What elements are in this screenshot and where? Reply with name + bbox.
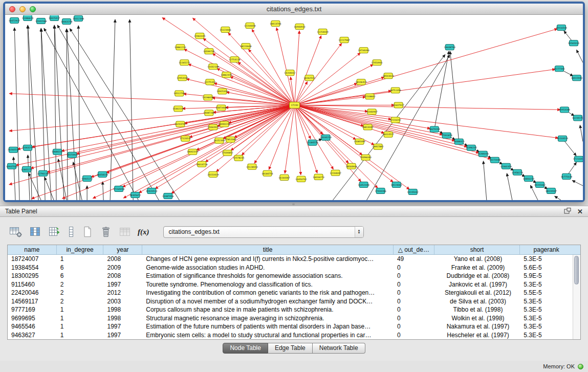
table-row[interactable]: 2242004622012Investigating the contribut…: [8, 289, 573, 297]
graph-node[interactable]: 19245062: [534, 182, 546, 187]
graph-node[interactable]: 10861210: [175, 45, 186, 50]
graph-node[interactable]: 18544903: [345, 163, 357, 169]
graph-node[interactable]: 19648794: [444, 45, 456, 50]
graph-node[interactable]: 10277341: [554, 66, 565, 72]
graph-node[interactable]: 19957892: [372, 144, 384, 149]
graph-node[interactable]: 12275312: [204, 79, 216, 85]
table-row[interactable]: 946362711997Embryonic stem cells: a mode…: [8, 331, 573, 340]
graph-node[interactable]: 13025417: [49, 15, 60, 21]
graph-node[interactable]: 16203742: [175, 121, 186, 127]
graph-node[interactable]: 15953184: [559, 107, 571, 113]
column-header-in_degree[interactable]: in_degree: [57, 245, 104, 254]
graph-node[interactable]: 14063258: [61, 19, 73, 25]
graph-node[interactable]: 16152340: [213, 138, 225, 143]
graph-node[interactable]: 12953187: [177, 75, 188, 81]
graph-node[interactable]: 12578235: [233, 155, 245, 161]
panel-splitter[interactable]: [0, 202, 588, 206]
graph-node[interactable]: 18320547: [546, 188, 557, 193]
function-builder-icon[interactable]: f(x): [138, 225, 149, 238]
table-row[interactable]: 911546021997Tourette syndrome. Phenomeno…: [8, 280, 573, 289]
tab-edge-table[interactable]: Edge Table: [268, 343, 313, 354]
graph-node[interactable]: 13172048: [489, 157, 501, 163]
graph-node[interactable]: 18524061: [391, 182, 403, 187]
graph-node[interactable]: 12217987: [338, 37, 350, 43]
table-row[interactable]: 969969511998Structural magnetic resonanc…: [8, 314, 573, 323]
graph-node[interactable]: 15873406: [215, 105, 227, 111]
graph-node[interactable]: 16352048: [358, 182, 369, 187]
graph-node[interactable]: 12754128: [229, 57, 241, 62]
graph-node[interactable]: 11254439: [317, 29, 329, 35]
graph-node[interactable]: 11958274: [512, 169, 524, 175]
table-scrollbar[interactable]: [573, 255, 580, 339]
new-column-icon[interactable]: [48, 225, 60, 238]
graph-node[interactable]: 15905172: [81, 176, 93, 181]
graph-node[interactable]: 15184576: [307, 140, 318, 145]
column-header-title[interactable]: title: [142, 245, 394, 254]
graph-hub-node[interactable]: 17240: [289, 102, 299, 108]
graph-node[interactable]: 15012346: [73, 16, 84, 21]
close-window-button[interactable]: [9, 6, 15, 12]
graph-node[interactable]: 15496040: [360, 155, 372, 160]
graph-node[interactable]: 11845276: [21, 166, 33, 172]
column-header-pagerank[interactable]: pagerank: [520, 245, 573, 254]
graph-node[interactable]: 13198456: [202, 95, 214, 100]
column-header-short[interactable]: short: [434, 245, 520, 254]
citation-network-graph[interactable]: 1724022061045151234061220405818413706169…: [5, 15, 583, 200]
graph-node[interactable]: 11432108: [207, 64, 219, 70]
graph-node[interactable]: 18305672: [129, 192, 141, 198]
graph-node[interactable]: 14512740: [173, 91, 185, 96]
graph-node[interactable]: 10450742: [295, 176, 307, 182]
graph-node[interactable]: 17852064: [225, 137, 236, 142]
graph-node[interactable]: 13862475: [221, 72, 232, 78]
graph-node[interactable]: 12108602: [364, 94, 376, 99]
graph-node[interactable]: 20387456: [162, 193, 174, 199]
graph-node[interactable]: 22040907: [366, 109, 378, 115]
graph-node[interactable]: 11607427: [393, 102, 405, 108]
graph-node[interactable]: 17034852: [222, 150, 233, 156]
graph-node[interactable]: 14925310: [216, 89, 228, 94]
graph-node[interactable]: 11086629: [22, 15, 34, 21]
graph-node[interactable]: 16014527: [382, 132, 394, 137]
column-header-name[interactable]: name: [8, 245, 57, 254]
graph-node[interactable]: 10937503: [6, 163, 18, 169]
zoom-window-button[interactable]: [30, 6, 36, 12]
tab-network-table[interactable]: Network Table: [313, 343, 365, 354]
graph-node[interactable]: 15302214: [172, 106, 184, 112]
graph-node[interactable]: 16775028: [561, 173, 573, 179]
minimize-window-button[interactable]: [19, 6, 26, 12]
graph-node[interactable]: 15123406: [220, 27, 231, 33]
graph-node[interactable]: 17264058: [113, 186, 125, 191]
graph-node[interactable]: 16058134: [97, 171, 108, 177]
new-row-icon[interactable]: [82, 225, 93, 238]
graph-node[interactable]: 12204058: [244, 23, 256, 29]
graph-node[interactable]: 16940218: [219, 121, 230, 127]
delete-column-icon[interactable]: [100, 225, 112, 238]
graph-node[interactable]: 18184754: [262, 170, 273, 176]
graph-node[interactable]: 16813042: [362, 124, 374, 130]
graph-node[interactable]: 21063254: [22, 145, 34, 150]
graph-node[interactable]: 19014728: [196, 161, 208, 167]
scrollbar-thumb[interactable]: [574, 256, 579, 285]
graph-node[interactable]: 20260518: [8, 147, 19, 152]
graph-node[interactable]: 19245032: [407, 189, 419, 194]
graph-node[interactable]: 18503023: [382, 73, 394, 79]
graph-node[interactable]: 17450931: [371, 60, 383, 65]
graph-node[interactable]: 16234170: [572, 115, 583, 121]
row-height-icon[interactable]: [67, 225, 75, 238]
graph-node[interactable]: 10846153: [523, 176, 535, 181]
graph-node[interactable]: 15128554: [246, 164, 258, 169]
network-window-titlebar[interactable]: citations_edges.txt: [5, 4, 583, 15]
graph-node[interactable]: 19734093: [358, 48, 369, 53]
table-row[interactable]: 946554611997Estimation of the future num…: [8, 322, 573, 331]
float-panel-icon[interactable]: [564, 208, 571, 215]
graph-node[interactable]: 18751356: [390, 87, 402, 93]
graph-node[interactable]: 18106427: [355, 79, 367, 85]
graph-node[interactable]: 17120531: [180, 136, 191, 141]
graph-node[interactable]: 11165271: [179, 60, 190, 65]
graph-node[interactable]: 15916504: [556, 25, 568, 31]
graph-node[interactable]: 15085493: [354, 139, 365, 144]
graph-node[interactable]: 17430286: [375, 188, 386, 193]
graph-node[interactable]: 15396205: [466, 145, 477, 150]
table-row[interactable]: 1938455462009Genome-wide association stu…: [8, 264, 573, 272]
graph-node[interactable]: 10599735: [203, 49, 215, 54]
